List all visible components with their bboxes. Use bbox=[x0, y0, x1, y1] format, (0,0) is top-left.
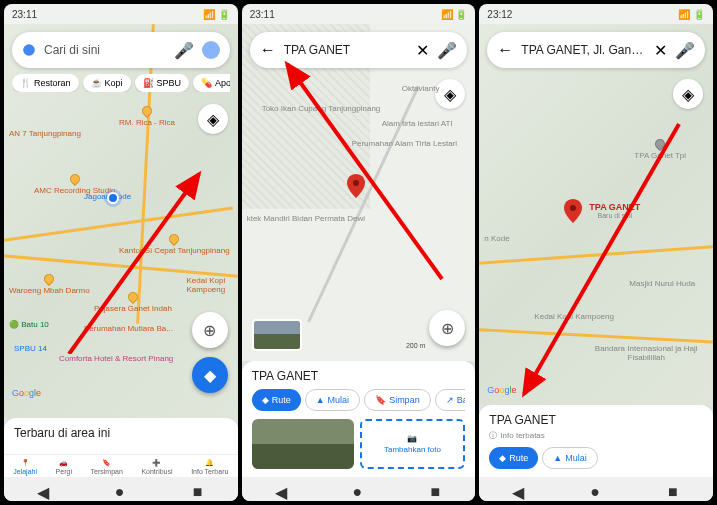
rute-button[interactable]: ◆ Rute bbox=[252, 389, 301, 411]
map-canvas[interactable]: ← TPA GANET, Jl. Ganet, Pin... ✕ 🎤 ◈ TPA… bbox=[479, 24, 713, 405]
poi: Comforta Hotel & Resort Pinang bbox=[59, 354, 173, 363]
recenter-button[interactable]: ⊕ bbox=[192, 312, 228, 348]
bottom-sheet[interactable]: TPA GANET ⓘ Info terbatas ◆ Rute ▲ Mulai bbox=[479, 405, 713, 477]
chip-apotek[interactable]: 💊 Apotek bbox=[193, 74, 230, 92]
nav-home[interactable]: ● bbox=[590, 483, 602, 495]
bottom-sheet[interactable]: TPA GANET ◆ Rute ▲ Mulai 🔖 Simpan ↗ Bagi… bbox=[242, 361, 476, 477]
nav-home[interactable]: ● bbox=[353, 483, 365, 495]
poi: Perumahan Alam Tirta Lestari bbox=[352, 139, 457, 148]
recenter-button[interactable]: ⊕ bbox=[429, 310, 465, 346]
map-pin[interactable] bbox=[564, 199, 582, 223]
back-icon[interactable]: ← bbox=[497, 41, 513, 59]
status-icons: 📶 🔋 bbox=[678, 9, 705, 20]
add-photo-button[interactable]: 📷Tambahkan foto bbox=[360, 419, 466, 469]
nav-recent[interactable]: ■ bbox=[193, 483, 205, 495]
bottom-sheet[interactable]: Terbaru di area ini bbox=[4, 418, 238, 454]
poi: Oktavianty bbox=[402, 84, 440, 93]
nav-back[interactable]: ◀ bbox=[275, 483, 287, 495]
tab-bar: 📍Jelajahi 🚗Pergi 🔖Tersimpan ➕Kontribusi … bbox=[4, 454, 238, 477]
tab-pergi[interactable]: 🚗Pergi bbox=[56, 459, 72, 475]
search-bar[interactable]: Cari di sini 🎤 bbox=[12, 32, 230, 68]
android-navbar: ◀ ● ■ bbox=[4, 477, 238, 501]
mic-icon[interactable]: 🎤 bbox=[174, 41, 194, 60]
streetview-thumb[interactable] bbox=[252, 319, 302, 351]
place-photo[interactable] bbox=[252, 419, 354, 469]
status-time: 23:11 bbox=[12, 9, 37, 20]
search-bar[interactable]: ← TPA GANET, Jl. Ganet, Pin... ✕ 🎤 bbox=[487, 32, 705, 68]
layers-button[interactable]: ◈ bbox=[673, 79, 703, 109]
phone-screen-3: 23:12 📶 🔋 ← TPA GANET, Jl. Ganet, Pin...… bbox=[479, 4, 713, 501]
action-row: ◆ Rute ▲ Mulai 🔖 Simpan ↗ Bagikan bbox=[252, 389, 466, 411]
sheet-title: TPA GANET bbox=[252, 369, 466, 383]
poi: ktek Mandiri Bidan Permata Dewi bbox=[247, 214, 365, 223]
layers-button[interactable]: ◈ bbox=[435, 79, 465, 109]
nav-recent[interactable]: ■ bbox=[430, 483, 442, 495]
search-value: TPA GANET bbox=[284, 43, 409, 57]
poi: Alam tirta lestari ATI bbox=[382, 119, 453, 128]
svg-point-1 bbox=[202, 41, 220, 59]
poi: AN 7 Tanjungpinang bbox=[9, 129, 81, 138]
back-icon[interactable]: ← bbox=[260, 41, 276, 59]
clear-icon[interactable]: ✕ bbox=[654, 41, 667, 60]
map-canvas[interactable]: Cari di sini 🎤 🍴 Restoran ☕ Kopi ⛽ SPBU … bbox=[4, 24, 238, 418]
place-label: TPA GANET Baru di sini bbox=[589, 202, 640, 219]
mulai-button[interactable]: ▲ Mulai bbox=[542, 447, 597, 469]
chip-spbu[interactable]: ⛽ SPBU bbox=[135, 74, 190, 92]
svg-point-5 bbox=[570, 205, 576, 211]
tab-jelajahi[interactable]: 📍Jelajahi bbox=[13, 459, 37, 475]
map-canvas[interactable]: ← TPA GANET ✕ 🎤 ◈ Oktavianty Toko Ikan C… bbox=[242, 24, 476, 361]
poi: Perumahan Mutiara Ba... bbox=[84, 324, 173, 333]
google-logo: Google bbox=[487, 385, 516, 395]
clear-icon[interactable]: ✕ bbox=[416, 41, 429, 60]
poi: Toko Ikan Cupang Tanjungpinang bbox=[262, 104, 381, 113]
poi: TPA Ganet Tpi bbox=[634, 139, 686, 160]
nav-home[interactable]: ● bbox=[115, 483, 127, 495]
sheet-title: TPA GANET bbox=[489, 413, 703, 427]
search-value: TPA GANET, Jl. Ganet, Pin... bbox=[521, 43, 646, 57]
simpan-button[interactable]: 🔖 Simpan bbox=[364, 389, 431, 411]
poi: n Kode bbox=[484, 234, 509, 243]
phone-screen-1: 23:11 📶 🔋 Cari di sini 🎤 🍴 Restoran ☕ Ko… bbox=[4, 4, 238, 501]
mic-icon[interactable]: 🎤 bbox=[675, 41, 695, 60]
poi: Bandara Internasional ja Haji Fisabilill… bbox=[579, 344, 713, 362]
phone-screen-2: 23:11 📶 🔋 ← TPA GANET ✕ 🎤 ◈ Oktavianty T… bbox=[242, 4, 476, 501]
mic-icon[interactable]: 🎤 bbox=[437, 41, 457, 60]
android-navbar: ◀ ● ■ bbox=[242, 477, 476, 501]
svg-point-0 bbox=[23, 44, 35, 56]
tab-kontribusi[interactable]: ➕Kontribusi bbox=[141, 459, 172, 475]
poi: SPBU 14 bbox=[14, 344, 47, 353]
nav-back[interactable]: ◀ bbox=[37, 483, 49, 495]
chip-kopi[interactable]: ☕ Kopi bbox=[83, 74, 131, 92]
nav-recent[interactable]: ■ bbox=[668, 483, 680, 495]
action-row: ◆ Rute ▲ Mulai bbox=[489, 447, 703, 469]
photo-row: 📷Tambahkan foto bbox=[252, 419, 466, 469]
poi: Pujasera Ganet Indah bbox=[94, 292, 172, 313]
map-scale: 200 m bbox=[406, 342, 425, 349]
poi: Kedai Kopi Kampoeng bbox=[534, 312, 614, 321]
tab-tersimpan[interactable]: 🔖Tersimpan bbox=[91, 459, 123, 475]
poi: Masjid Nurul Huda bbox=[629, 279, 695, 288]
google-logo: Google bbox=[12, 388, 41, 398]
poi: Waroeng Mbah Darmo bbox=[9, 274, 90, 295]
nav-back[interactable]: ◀ bbox=[512, 483, 524, 495]
avatar[interactable] bbox=[202, 41, 220, 59]
mulai-button[interactable]: ▲ Mulai bbox=[305, 389, 360, 411]
my-location-dot bbox=[104, 189, 122, 207]
search-placeholder: Cari di sini bbox=[44, 43, 166, 57]
map-pin[interactable] bbox=[347, 174, 365, 198]
svg-point-3 bbox=[353, 180, 359, 186]
status-time: 23:11 bbox=[250, 9, 275, 20]
category-chips: 🍴 Restoran ☕ Kopi ⛽ SPBU 💊 Apotek bbox=[12, 74, 230, 92]
status-bar: 23:11 📶 🔋 bbox=[4, 4, 238, 24]
rute-button[interactable]: ◆ Rute bbox=[489, 447, 538, 469]
poi: Kantor Si Cepat Tanjungpinang bbox=[119, 234, 230, 255]
status-bar: 23:11 📶 🔋 bbox=[242, 4, 476, 24]
directions-fab[interactable]: ◆ bbox=[192, 357, 228, 393]
bagikan-button[interactable]: ↗ Bagikan bbox=[435, 389, 466, 411]
chip-restoran[interactable]: 🍴 Restoran bbox=[12, 74, 79, 92]
search-bar[interactable]: ← TPA GANET ✕ 🎤 bbox=[250, 32, 468, 68]
google-icon bbox=[22, 43, 36, 57]
status-time: 23:12 bbox=[487, 9, 512, 20]
layers-button[interactable]: ◈ bbox=[198, 104, 228, 134]
tab-info[interactable]: 🔔Info Terbaru bbox=[191, 459, 228, 475]
